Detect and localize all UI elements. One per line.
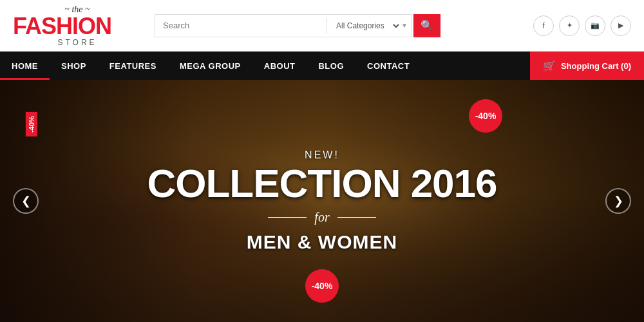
- hero-for: for: [314, 210, 329, 225]
- chevron-right-icon: ❯: [614, 194, 623, 208]
- hero-prev-button[interactable]: ❮: [13, 188, 39, 214]
- nav-item-home[interactable]: HOME: [0, 52, 50, 80]
- hero-new-label: NEW!: [305, 149, 339, 161]
- chevron-left-icon: ❮: [21, 194, 31, 208]
- nav-item-about[interactable]: ABOUT: [252, 52, 307, 80]
- search-input[interactable]: [155, 15, 327, 37]
- youtube-icon[interactable]: ▶: [611, 15, 631, 36]
- social-icons: f ✦ 📷 ▶: [533, 15, 631, 36]
- logo-fashion: FASHION: [13, 13, 111, 39]
- search-wrap: All Categories Clothing Accessories Shoe…: [155, 14, 412, 37]
- cart-button[interactable]: 🛒 Shopping Cart (0): [530, 52, 644, 80]
- hero-title: COLLECTION 2016: [147, 164, 497, 204]
- hero-subtitle: MEN & WOMEN: [247, 231, 397, 253]
- cart-label: Shopping Cart (0): [561, 61, 631, 71]
- hero-section: -40% -40% -40% NEW! COLLECTION 2016 for …: [0, 80, 644, 322]
- hero-divider: for: [268, 210, 375, 225]
- nav-item-shop[interactable]: SHOP: [50, 52, 98, 80]
- facebook-icon[interactable]: f: [533, 15, 554, 36]
- hero-next-button[interactable]: ❯: [605, 188, 631, 214]
- search-area: All Categories Clothing Accessories Shoe…: [155, 14, 507, 37]
- logo-store: STORE: [13, 38, 142, 47]
- hero-line-left: [268, 217, 307, 218]
- side-discount-label: -40%: [26, 112, 37, 137]
- nav-item-features[interactable]: FEATURES: [98, 52, 168, 80]
- cart-icon: 🛒: [543, 60, 556, 72]
- logo: ~ the ~ FASHION STORE: [13, 5, 142, 47]
- site-header: ~ the ~ FASHION STORE All Categories Clo…: [0, 0, 644, 52]
- search-icon: 🔍: [421, 19, 433, 32]
- nav-item-contact[interactable]: CONTACT: [355, 52, 421, 80]
- discount-badge-bottom: -40%: [305, 269, 339, 303]
- search-button[interactable]: 🔍: [413, 14, 440, 37]
- main-nav: HOME SHOP FEATURES MEGA GROUP ABOUT BLOG…: [0, 52, 644, 80]
- nav-items: HOME SHOP FEATURES MEGA GROUP ABOUT BLOG…: [0, 52, 530, 80]
- nav-item-mega-group[interactable]: MEGA GROUP: [168, 52, 252, 80]
- hero-line-right: [337, 217, 376, 218]
- twitter-icon[interactable]: ✦: [559, 15, 580, 36]
- instagram-icon[interactable]: 📷: [585, 15, 605, 36]
- dropdown-chevron-icon: ▼: [401, 15, 412, 37]
- category-select[interactable]: All Categories Clothing Accessories Shoe…: [327, 15, 401, 37]
- nav-item-blog[interactable]: BLOG: [307, 52, 355, 80]
